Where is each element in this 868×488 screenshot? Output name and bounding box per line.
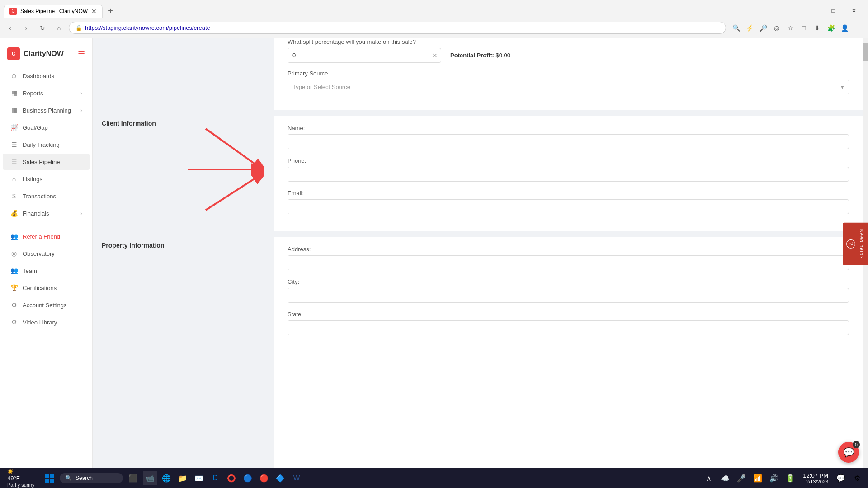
sidebar-item-label: Reports — [23, 90, 76, 97]
split-percentage-input[interactable] — [288, 48, 441, 63]
taskbar-dell-icon[interactable]: D — [208, 471, 222, 485]
weather-temp: 49°F — [7, 475, 20, 482]
address-input[interactable] — [288, 255, 849, 270]
sidebar-item-label: Goal/Gap — [23, 124, 82, 131]
lens-button[interactable]: ⚡ — [743, 22, 756, 34]
battery-icon[interactable]: 🔋 — [783, 471, 797, 485]
taskbar-zoom-icon[interactable]: 🔷 — [273, 471, 288, 485]
chat-button[interactable]: 💬 0 — [838, 442, 859, 463]
back-button[interactable]: ‹ — [4, 22, 16, 34]
taskbar-chrome2-icon[interactable]: 🔴 — [257, 471, 271, 485]
split-clear-button[interactable]: ✕ — [432, 52, 438, 59]
mic-icon[interactable]: 🎤 — [734, 471, 749, 485]
svg-rect-5 — [50, 474, 54, 478]
settings-icon[interactable]: ⚙ — [850, 471, 864, 485]
reports-arrow: › — [80, 90, 82, 96]
taskbar-system-tray: ∧ ☁️ 🎤 📶 🔊 🔋 — [702, 471, 797, 485]
sidebar-item-goal-gap[interactable]: 📈 Goal/Gap — [3, 119, 90, 136]
sidebar-item-transactions[interactable]: $ Transactions — [3, 188, 90, 204]
phone-label: Phone: — [288, 157, 849, 164]
sidebar-item-business-planning[interactable]: ▦ Business Planning › — [3, 102, 90, 118]
team-icon: 👥 — [10, 267, 18, 275]
refresh-button[interactable]: ↻ — [36, 22, 49, 34]
close-button[interactable]: ✕ — [844, 4, 864, 18]
sidebar-item-observatory[interactable]: ◎ Observatory — [3, 245, 90, 262]
sidebar-header: C ClarityNOW ☰ — [0, 42, 92, 67]
search-browser-button[interactable]: 🔍 — [730, 22, 742, 34]
sidebar-item-certifications[interactable]: 🏆 Certifications — [3, 280, 90, 296]
potential-profit: Potential Profit: $0.00 — [450, 52, 510, 59]
sidebar-item-label: Account Settings — [23, 302, 82, 309]
address-label: Address: — [288, 246, 849, 253]
city-label: City: — [288, 278, 849, 285]
browser-btn-4[interactable]: ◎ — [770, 22, 783, 34]
sidebar-item-account-settings[interactable]: ⚙ Account Settings — [3, 297, 90, 313]
sidebar-item-label: Business Planning — [23, 107, 76, 114]
scrollbar-thumb[interactable] — [863, 43, 868, 61]
sidebar-item-refer-a-friend[interactable]: 👥 Refer a Friend — [3, 228, 90, 244]
taskbar-search[interactable]: 🔍 Search — [60, 473, 123, 483]
need-help-button[interactable]: Need help? ? — [843, 223, 868, 265]
sidebar-item-financials[interactable]: 💰 Financials › — [3, 205, 90, 221]
svg-rect-6 — [45, 479, 49, 483]
sidebar-item-reports[interactable]: ▦ Reports › — [3, 85, 90, 101]
sidebar-item-dashboards[interactable]: ⊙ Dashboards — [3, 68, 90, 84]
date-display: 2/13/2023 — [803, 479, 828, 484]
taskbar-chrome-icon[interactable]: 🔵 — [241, 471, 255, 485]
split-section: What split percentage will you make on t… — [274, 38, 863, 110]
wifi-icon[interactable]: 📶 — [750, 471, 765, 485]
observatory-icon: ◎ — [10, 249, 18, 258]
split-question-text: What split percentage will you make on t… — [288, 38, 416, 45]
home-button[interactable]: ⌂ — [52, 22, 65, 34]
tab-close-button[interactable]: ✕ — [91, 8, 97, 15]
zoom-button[interactable]: 🔎 — [757, 22, 769, 34]
taskbar-mail-icon[interactable]: ✉️ — [192, 471, 206, 485]
form-right-panel: What split percentage will you make on t… — [274, 38, 863, 488]
collections-button[interactable]: □ — [797, 22, 810, 34]
name-input[interactable] — [288, 134, 849, 149]
time-display: 12:07 PM — [803, 472, 828, 479]
taskbar-files-icon[interactable]: 📁 — [175, 471, 190, 485]
sidebar-item-label: Observatory — [23, 250, 82, 257]
sidebar-item-label: Daily Tracking — [23, 141, 82, 148]
chat-badge: 0 — [853, 441, 860, 448]
show-hidden-icons[interactable]: ∧ — [702, 471, 716, 485]
city-input[interactable] — [288, 288, 849, 303]
extensions-button[interactable]: 🧩 — [825, 22, 837, 34]
sidebar-item-daily-tracking[interactable]: ☰ Daily Tracking — [3, 136, 90, 153]
start-button[interactable] — [42, 470, 58, 486]
taskbar-teams-icon[interactable]: 📹 — [143, 471, 157, 485]
forward-button[interactable]: › — [20, 22, 33, 34]
task-view-button[interactable]: ⬛ — [125, 470, 141, 486]
taskbar-cortana-icon[interactable]: ⭕ — [224, 471, 239, 485]
taskbar-clock[interactable]: 12:07 PM 2/13/2023 — [799, 472, 832, 484]
new-tab-button[interactable]: + — [104, 6, 117, 16]
email-input[interactable] — [288, 199, 849, 214]
menu-button[interactable]: ⋯ — [852, 22, 864, 34]
maximize-button[interactable]: □ — [823, 4, 844, 18]
profile-button[interactable]: 👤 — [838, 22, 851, 34]
sidebar-item-video-library[interactable]: ⚙ Video Library — [3, 314, 90, 330]
primary-source-select[interactable]: Type or Select Source ▾ — [288, 80, 849, 94]
taskbar-edge-icon[interactable]: 🌐 — [159, 471, 174, 485]
download-button[interactable]: ⬇ — [811, 22, 824, 34]
task-view-icon: ⬛ — [128, 474, 137, 483]
phone-input[interactable] — [288, 167, 849, 182]
logo-text: ClarityNOW — [24, 50, 64, 58]
state-input[interactable] — [288, 320, 849, 335]
address-bar[interactable]: 🔒 https://staging.claritynowre.com/pipel… — [69, 22, 726, 34]
split-field: ✕ — [288, 48, 441, 63]
dashboards-icon: ⊙ — [10, 72, 18, 80]
speaker-icon[interactable]: 🔊 — [767, 471, 781, 485]
browser-tab-active[interactable]: C Sales Pipeline | ClarityNOW ✕ — [4, 5, 103, 18]
tab-favicon: C — [9, 8, 17, 15]
notification-icon[interactable]: 💬 — [834, 471, 848, 485]
taskbar-word-icon[interactable]: W — [289, 471, 304, 485]
hamburger-menu[interactable]: ☰ — [78, 49, 85, 59]
sidebar-item-team[interactable]: 👥 Team — [3, 263, 90, 279]
sidebar-item-listings[interactable]: ⌂ Listings — [3, 171, 90, 187]
favorites-button[interactable]: ☆ — [784, 22, 797, 34]
minimize-button[interactable]: — — [802, 4, 823, 18]
cloud-icon[interactable]: ☁️ — [718, 471, 732, 485]
sidebar-item-sales-pipeline[interactable]: ☰ Sales Pipeline — [3, 154, 90, 170]
